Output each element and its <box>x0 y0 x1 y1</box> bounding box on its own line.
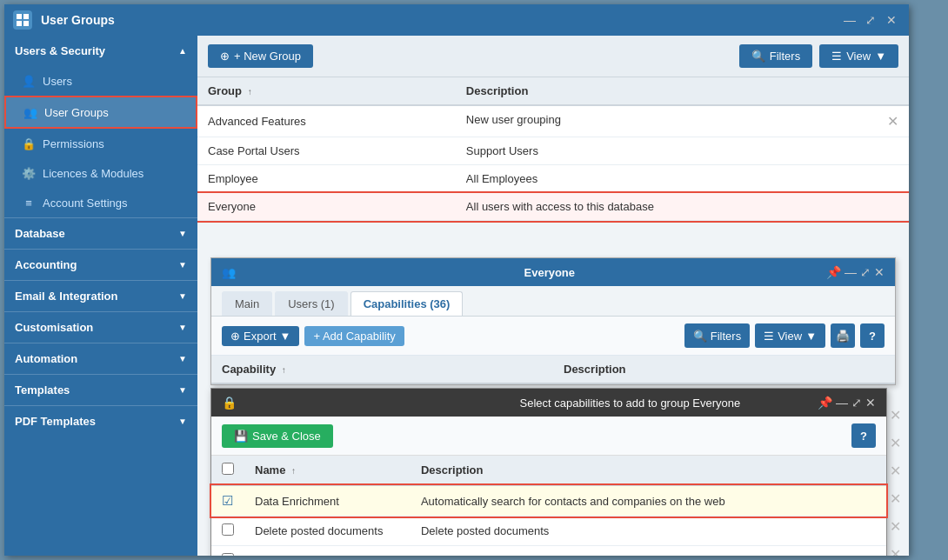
minimize-button[interactable]: — <box>841 11 858 29</box>
del-btn-4[interactable]: ✕ <box>885 484 905 512</box>
expand-cap-button[interactable]: ⤢ <box>851 396 862 410</box>
sidebar-item-licences[interactable]: ⚙️ Licences & Modules <box>4 158 197 188</box>
tab-main[interactable]: Main <box>222 291 272 316</box>
table-row[interactable]: Delete posted documents Delete posted do… <box>211 517 886 546</box>
chevron-down-icon: ▼ <box>178 229 187 238</box>
sidebar-section-users-security[interactable]: Users & Security ▲ <box>4 36 197 66</box>
tab-capabilities[interactable]: Capabilities (36) <box>350 291 464 316</box>
table-row[interactable]: Everyone All users with access to this d… <box>197 193 909 221</box>
checked-icon[interactable]: ☑ <box>222 493 233 508</box>
sidebar-section-email[interactable]: Email & Integration ▼ <box>4 281 197 311</box>
chevron-up-icon: ▲ <box>178 46 187 56</box>
group-description: New user grouping ✕ <box>456 105 909 137</box>
del-btn-3[interactable]: ✕ <box>885 457 905 484</box>
cap-description: Allow an Opportunity to be downgraded to… <box>411 546 886 557</box>
sidebar-section-accounting[interactable]: Accounting ▼ <box>4 250 197 280</box>
print-button[interactable]: 🖨️ <box>831 323 855 348</box>
col-checkbox <box>211 456 244 485</box>
cap-window-controls: 📌 — ⤢ ✕ <box>818 396 876 410</box>
col-name[interactable]: Name ↑ <box>244 456 411 485</box>
sidebar-item-users[interactable]: 👤 Users <box>4 66 197 96</box>
del-btn-6[interactable]: ✕ <box>885 540 905 556</box>
checkbox-cell[interactable]: ☑ <box>211 485 244 517</box>
lock-icon: 🔒 <box>22 137 36 150</box>
expand-sub-button[interactable]: ⤢ <box>860 265 871 279</box>
title-bar: User Groups — ⤢ ✕ <box>4 4 909 36</box>
user-icon: 👤 <box>22 74 36 88</box>
add-capability-button[interactable]: + Add Capability <box>304 326 404 346</box>
cap-name: Downgrade Opportunity t... <box>244 546 411 557</box>
save-close-button[interactable]: 💾 Save & Close <box>222 424 333 448</box>
plus-icon: ⊕ <box>220 50 230 63</box>
chevron-down-icon-3: ▼ <box>178 291 187 301</box>
group-name: Employee <box>197 165 456 193</box>
view-icon: ☰ <box>831 50 842 63</box>
sidebar-section-database[interactable]: Database ▼ <box>4 218 197 249</box>
table-row[interactable]: Downgrade Opportunity t... Allow an Oppo… <box>211 546 886 557</box>
group-name: Advanced Features <box>197 105 456 137</box>
sub-view-button[interactable]: ☰ View ▼ <box>755 323 825 348</box>
tab-users[interactable]: Users (1) <box>275 291 347 316</box>
filters-button[interactable]: 🔍 Filters <box>739 44 812 68</box>
checkbox-cell[interactable] <box>211 546 244 557</box>
cap-help-button[interactable]: ? <box>851 423 876 448</box>
table-row[interactable]: Employee All Employees <box>197 165 909 193</box>
sub-window-tabs: Main Users (1) Capabilities (36) <box>211 286 895 317</box>
new-group-button[interactable]: ⊕ + New Group <box>208 44 313 68</box>
sidebar-section-customisation[interactable]: Customisation ▼ <box>4 312 197 343</box>
capabilities-table: Capability ↑ Description <box>211 356 895 384</box>
export-button[interactable]: ⊕ Export ▼ <box>222 326 299 346</box>
col-cap-description[interactable]: Description <box>553 356 895 383</box>
chevron-down-icon-2: ▼ <box>178 260 187 270</box>
pin-cap-button[interactable]: 📌 <box>818 396 832 410</box>
close-sub-button[interactable]: ✕ <box>874 265 885 279</box>
col-capability[interactable]: Capability ↑ <box>211 356 553 383</box>
table-row[interactable]: Case Portal Users Support Users <box>197 137 909 165</box>
del-btn-1[interactable]: ✕ <box>885 401 905 429</box>
sub-window-title-text: Everyone <box>524 266 820 279</box>
delete-icon[interactable]: ✕ <box>887 113 898 130</box>
table-row[interactable]: ☑ Data Enrichment Automatically search f… <box>211 485 886 517</box>
cap-window-title-text: Select capabilities to add to group Ever… <box>520 397 811 410</box>
row-checkbox[interactable] <box>222 523 234 536</box>
select-all-checkbox[interactable] <box>222 463 234 475</box>
del-btn-5[interactable]: ✕ <box>885 512 905 540</box>
toolbar-left: ⊕ + New Group <box>208 44 313 68</box>
del-btn-2[interactable]: ✕ <box>885 429 905 457</box>
sidebar-item-user-groups[interactable]: 👥 User Groups <box>4 96 197 129</box>
chevron-down-icon-4: ▼ <box>178 323 187 332</box>
everyone-sub-window: 👥 Everyone 📌 — ⤢ ✕ Main Users (1) <box>210 257 896 385</box>
users-icon: 👥 <box>23 105 37 119</box>
sidebar-section-pdf[interactable]: PDF Templates ▼ <box>4 406 197 437</box>
sub-filters-button[interactable]: 🔍 Filters <box>684 323 750 348</box>
table-row[interactable]: Advanced Features New user grouping ✕ <box>197 105 909 137</box>
sidebar-item-permissions[interactable]: 🔒 Permissions <box>4 129 197 158</box>
group-name: Everyone <box>197 193 456 221</box>
col-description[interactable]: Description <box>456 77 909 105</box>
sidebar-section-automation[interactable]: Automation ▼ <box>4 343 197 374</box>
chevron-down-icon: ▼ <box>875 50 886 63</box>
close-button[interactable]: ✕ <box>883 11 900 29</box>
cap-name: Data Enrichment <box>244 485 411 517</box>
app-window: User Groups — ⤢ ✕ Users & Security ▲ 👤 U… <box>4 4 909 556</box>
sub-toolbar: ⊕ Export ▼ + Add Capability 🔍 Filters <box>211 317 895 356</box>
pin-button[interactable]: 📌 <box>826 265 841 279</box>
sidebar-item-account-settings[interactable]: ≡ Account Settings <box>4 188 197 217</box>
minimize-cap-button[interactable]: — <box>836 396 848 410</box>
list-icon: ≡ <box>22 196 36 210</box>
gear-icon: ⚙️ <box>22 166 36 180</box>
view-button[interactable]: ☰ View ▼ <box>819 44 898 68</box>
minimize-sub-button[interactable]: — <box>845 265 857 279</box>
maximize-button[interactable]: ⤢ <box>862 11 879 29</box>
close-cap-button[interactable]: ✕ <box>865 396 876 410</box>
cap-toolbar: 💾 Save & Close ? <box>211 417 886 456</box>
group-name: Case Portal Users <box>197 137 456 165</box>
help-button[interactable]: ? <box>860 323 885 348</box>
sidebar-section-templates[interactable]: Templates ▼ <box>4 375 197 405</box>
col-group[interactable]: Group ↑ <box>197 77 456 105</box>
row-checkbox[interactable] <box>222 553 234 556</box>
search-icon: 🔍 <box>751 50 765 63</box>
checkbox-cell[interactable] <box>211 517 244 546</box>
col-desc[interactable]: Description <box>411 456 886 485</box>
chevron-down-icon-5: ▼ <box>178 354 187 363</box>
